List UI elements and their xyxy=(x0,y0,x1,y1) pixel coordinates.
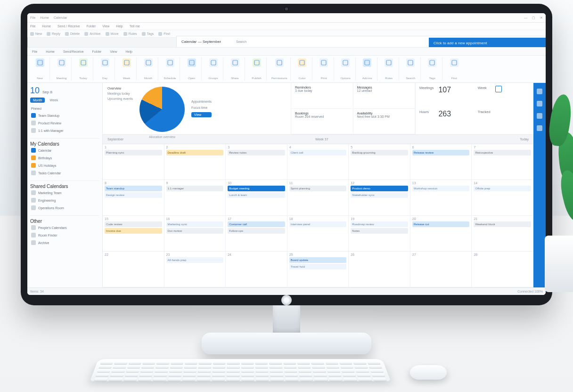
dashboard-card[interactable]: Availability Next free slot 3:30 PM xyxy=(353,109,416,135)
sidebar-item[interactable]: Birthdays xyxy=(30,154,99,162)
rail-icon[interactable] xyxy=(537,125,542,131)
calendar-event[interactable]: Doc review xyxy=(166,228,224,234)
window-maximize[interactable]: ▢ xyxy=(532,16,535,20)
sidebar-item[interactable]: Engineering xyxy=(30,196,99,204)
ribbon-group[interactable]: New xyxy=(30,57,50,81)
calendar-day[interactable]: 28 xyxy=(472,252,533,287)
ribbon-group[interactable]: Day xyxy=(95,57,115,81)
ribbon-group[interactable]: Meeting xyxy=(52,57,72,81)
ribbon-tab[interactable]: File xyxy=(32,50,37,53)
calendar-day[interactable]: 5Backlog grooming xyxy=(349,144,410,180)
ribbon-group[interactable]: Month xyxy=(139,57,158,81)
ribbon-group[interactable]: Open xyxy=(182,57,202,81)
calendar-day[interactable]: 25Board updateTravel hold xyxy=(287,252,349,287)
rail-icon[interactable] xyxy=(537,113,542,119)
ribbon-group[interactable]: Color xyxy=(293,57,312,81)
search-hint[interactable]: Search xyxy=(236,40,246,43)
window-minimize[interactable]: — xyxy=(524,16,527,19)
calendar-event[interactable]: Budget meeting xyxy=(228,186,285,191)
calendar-event[interactable]: Client call xyxy=(289,150,347,155)
menu-item[interactable]: File xyxy=(30,24,35,28)
ribbon-tab[interactable]: Home xyxy=(46,50,55,53)
menu-item[interactable]: Help xyxy=(116,24,123,28)
calendar-event[interactable]: Stakeholder sync xyxy=(351,192,408,198)
calendar-event[interactable]: Release review xyxy=(412,150,470,155)
calendar-event[interactable]: Customer call xyxy=(228,221,285,227)
calendar-day[interactable]: 22 xyxy=(103,252,164,287)
calendar-day[interactable]: 14Offsite prep xyxy=(472,180,533,216)
calendar-event[interactable]: Marketing sync xyxy=(166,221,224,227)
ribbon-group[interactable]: Add-ins xyxy=(358,57,377,81)
ribbon-group[interactable]: Groups xyxy=(204,57,223,81)
calendar-grid[interactable]: 1Planning sync2Deadline draft3Review not… xyxy=(103,144,533,287)
qa-archive[interactable]: Archive xyxy=(84,32,100,36)
calendar-event[interactable]: Roadmap review xyxy=(351,221,408,227)
calendar-day[interactable]: 3Review notes xyxy=(226,144,287,180)
ribbon-group[interactable]: Print xyxy=(314,57,334,81)
calendar-event[interactable]: Follow-ups xyxy=(228,228,285,234)
calendar-event[interactable]: Offsite prep xyxy=(474,186,531,191)
calendar-event[interactable]: Sprint planning xyxy=(289,186,347,191)
titlebar-item[interactable]: Calendar xyxy=(54,16,67,19)
calendar-day[interactable]: 17Customer callFollow-ups xyxy=(226,216,287,252)
dashboard-card[interactable]: Messages 12 unread xyxy=(353,83,416,109)
calendar-event[interactable]: Workshop session xyxy=(412,186,470,191)
sidebar-item[interactable]: Team Standup xyxy=(30,112,99,119)
calendar-day[interactable]: 91:1 manager xyxy=(164,180,226,216)
sidebar-item[interactable]: Marketing Team xyxy=(30,189,99,196)
calendar-day[interactable]: 24 xyxy=(226,252,287,287)
calendar-day[interactable]: 11Sprint planning xyxy=(287,180,349,216)
calendar-event[interactable]: Code review xyxy=(105,221,162,227)
calendar-day[interactable]: 7Retrospective xyxy=(472,144,533,180)
qa-find[interactable]: Find xyxy=(158,32,170,36)
calendar-day[interactable]: 2Deadline draft xyxy=(164,144,226,180)
info-banner[interactable]: Click to add a new appointment xyxy=(429,38,546,48)
ribbon-group[interactable]: Tags xyxy=(423,57,442,81)
calendar-event[interactable]: Invoice due xyxy=(105,228,162,234)
ribbon-tab[interactable]: Help xyxy=(125,50,132,53)
calendar-event[interactable]: Team standup xyxy=(105,186,162,191)
ribbon-group[interactable]: Schedule xyxy=(160,57,180,81)
menu-item[interactable]: Folder xyxy=(86,24,96,28)
qa-move[interactable]: Move xyxy=(106,32,119,36)
menu-item[interactable]: View xyxy=(102,24,109,28)
qa-new[interactable]: New xyxy=(30,32,42,36)
calendar-day[interactable]: 4Client call xyxy=(287,144,349,180)
calendar-event[interactable]: Retrospective xyxy=(474,150,531,155)
calendar-day[interactable]: 10Budget meetingLunch & learn xyxy=(226,180,287,216)
sidebar-tab-week[interactable]: Week xyxy=(47,98,61,103)
titlebar-item[interactable]: File xyxy=(30,16,35,19)
calendar-day[interactable]: 23All-hands prep xyxy=(164,252,226,287)
calendar-day[interactable]: 19Roadmap reviewNotes xyxy=(349,216,410,252)
calendar-event[interactable]: Lunch & learn xyxy=(228,192,285,198)
calendar-day[interactable]: 1Planning sync xyxy=(103,144,164,180)
calendar-day[interactable]: 20Release cut xyxy=(410,216,472,252)
sidebar-tab-month[interactable]: Month xyxy=(30,98,45,103)
calendar-day[interactable]: 6Release review xyxy=(410,144,472,180)
calendar-day[interactable]: 26 xyxy=(349,252,410,287)
dashboard-card[interactable]: Reminders 3 due today xyxy=(291,83,353,109)
calendar-event[interactable]: Interview panel xyxy=(289,221,347,227)
rail-icon[interactable] xyxy=(537,101,542,106)
ribbon-group[interactable]: Find xyxy=(444,57,464,81)
calendar-event[interactable]: Product demo xyxy=(351,186,408,191)
window-close[interactable]: ✕ xyxy=(540,16,543,20)
ribbon-group[interactable]: Search xyxy=(401,57,421,81)
calhdr-today-button[interactable]: Today xyxy=(520,138,529,141)
sidebar-item[interactable]: Calendar xyxy=(30,147,99,154)
calendar-event[interactable]: Review notes xyxy=(228,150,285,155)
sidebar-item[interactable]: Tasks Calendar xyxy=(30,169,99,177)
sidebar-item[interactable]: US Holidays xyxy=(30,162,99,169)
view-button[interactable]: View xyxy=(191,112,212,117)
calendar-event[interactable]: Backlog grooming xyxy=(351,150,408,155)
qa-reply[interactable]: Reply xyxy=(47,32,60,36)
calendar-event[interactable]: Deadline draft xyxy=(166,150,224,155)
ribbon-group[interactable]: Rules xyxy=(379,57,399,81)
menu-item[interactable]: Tell me xyxy=(130,24,140,28)
calendar-event[interactable]: All-hands prep xyxy=(166,257,224,263)
menu-item[interactable]: Home xyxy=(42,24,51,28)
ribbon-group[interactable]: Options xyxy=(336,57,356,81)
ribbon-tab[interactable]: Folder xyxy=(92,50,102,53)
calendar-day[interactable]: 15Code reviewInvoice due xyxy=(103,216,164,252)
calendar-day[interactable]: 21Weekend block xyxy=(472,216,533,252)
